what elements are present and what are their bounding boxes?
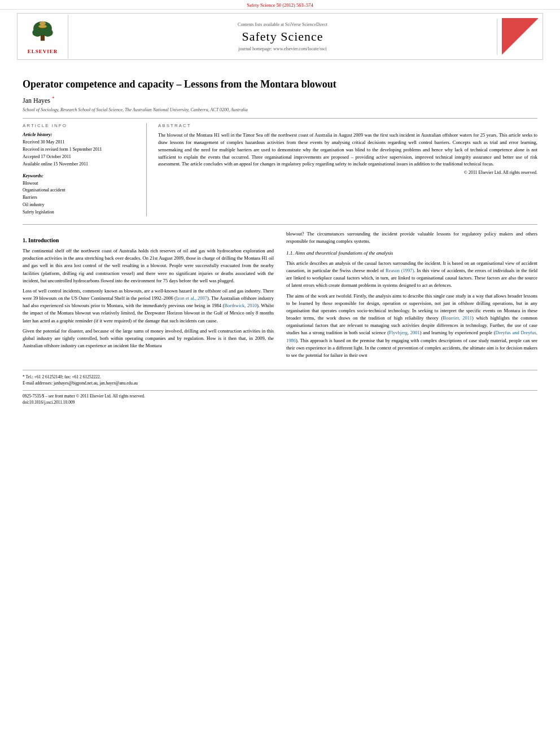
body-left-column: 1. Introduction The continental shelf of… (23, 230, 274, 362)
borthwick-link[interactable]: Borthwick, 2010 (224, 303, 257, 308)
abstract-label: ABSTRACT (158, 123, 537, 128)
intro-para1: The continental shelf off the northwest … (23, 247, 274, 285)
main-content: Operator competence and capacity – Lesso… (0, 63, 560, 417)
reason-link[interactable]: Reason (1997) (386, 268, 414, 273)
doi-line: doi:10.1016/j.ssci.2011.10.009 (23, 399, 537, 405)
logo-small-text: safetyscience (526, 45, 536, 53)
elsevier-logo-box: ELSEVIER (18, 15, 68, 59)
issn-line: 0925-7535/$ – see front matter © 2011 El… (23, 393, 537, 399)
svg-rect-3 (41, 34, 45, 41)
abstract-text: The blowout of the Montara H1 well in th… (158, 132, 537, 168)
citation-bar: Safety Science 50 (2012) 563–574 (0, 0, 560, 10)
keyword-org-accident: Organisational accident (23, 187, 138, 194)
journal-homepage-line: journal homepage: www.elsevier.com/locat… (74, 46, 491, 51)
author-name: Jan Hayes * (23, 95, 537, 105)
journal-title: Safety Science (74, 29, 491, 44)
elsevier-brand-text: ELSEVIER (28, 49, 58, 54)
received-date: Received 30 May 2011 (23, 139, 138, 146)
keyword-oil-industry: Oil industry (23, 202, 138, 209)
intro-right-para1: blowout? The circumstances surrounding t… (286, 230, 537, 245)
safety-science-logo-icon: safetyscience (502, 18, 538, 55)
citation-text: Safety Science 50 (2012) 563–574 (247, 2, 313, 8)
keyword-barriers: Barriers (23, 194, 138, 202)
footer-bar: 0925-7535/$ – see front matter © 2011 El… (23, 390, 537, 406)
keywords-label: Keywords: (23, 173, 138, 178)
copyright-line: © 2011 Elsevier Ltd. All rights reserved… (158, 170, 537, 175)
accepted-date: Accepted 17 October 2011 (23, 154, 138, 161)
keyword-safety-legislation: Safety legislation (23, 209, 138, 216)
revised-date: Received in revised form 1 September 201… (23, 146, 138, 154)
flyvbjerg-link[interactable]: Flyvbjerg, 2001 (389, 330, 420, 335)
divider-1 (23, 118, 537, 119)
footnote-email: E-mail addresses: janhayes@bigpond.net.a… (23, 380, 537, 386)
intro-right-para3: The aims of the work are twofold. Firstl… (286, 292, 537, 360)
intro-right-para2: This article describes an analysis of th… (286, 260, 537, 290)
article-info-column: ARTICLE INFO Article history: Received 3… (23, 123, 147, 216)
online-date: Available online 15 November 2011 (23, 161, 138, 168)
intro-para2: Loss of well control incidents, commonly… (23, 287, 274, 325)
subsection-1-1: 1.1. Aims and theoretical foundations of… (286, 250, 537, 257)
body-right-column: blowout? The circumstances surrounding t… (286, 230, 537, 362)
bourrier-link[interactable]: Bourrier, 2011 (443, 315, 472, 321)
intro-para3: Given the potential for disaster, and be… (23, 327, 274, 350)
elsevier-tree-icon (27, 19, 58, 47)
article-info-label: ARTICLE INFO (23, 123, 138, 128)
abstract-column: ABSTRACT The blowout of the Montara H1 w… (158, 123, 537, 216)
article-meta-section: ARTICLE INFO Article history: Received 3… (23, 123, 537, 216)
journal-header: ELSEVIER Contents lists available at Sci… (17, 13, 543, 60)
footnote-tel: * Tel.: +61 2 61252140; fax: +61 2 61252… (23, 374, 537, 380)
author-affiliation: School of Sociology, Research School of … (23, 107, 537, 112)
keyword-blowout: Blowout (23, 180, 138, 187)
izon-link[interactable]: Izon et al., 2007 (176, 295, 207, 301)
paper-title: Operator competence and capacity – Lesso… (23, 78, 537, 91)
footnotes-section: * Tel.: +61 2 61252140; fax: +61 2 61252… (23, 370, 537, 387)
body-content: 1. Introduction The continental shelf of… (23, 230, 537, 362)
journal-center: Contents lists available at SciVerse Sci… (68, 19, 497, 55)
svg-point-6 (38, 25, 47, 28)
divider-2 (23, 224, 537, 225)
intro-heading: 1. Introduction (23, 236, 274, 245)
safety-science-logo-box: safetyscience (497, 14, 542, 59)
article-history-label: Article history: (23, 132, 138, 137)
contents-available-line: Contents lists available at SciVerse Sci… (74, 22, 491, 27)
